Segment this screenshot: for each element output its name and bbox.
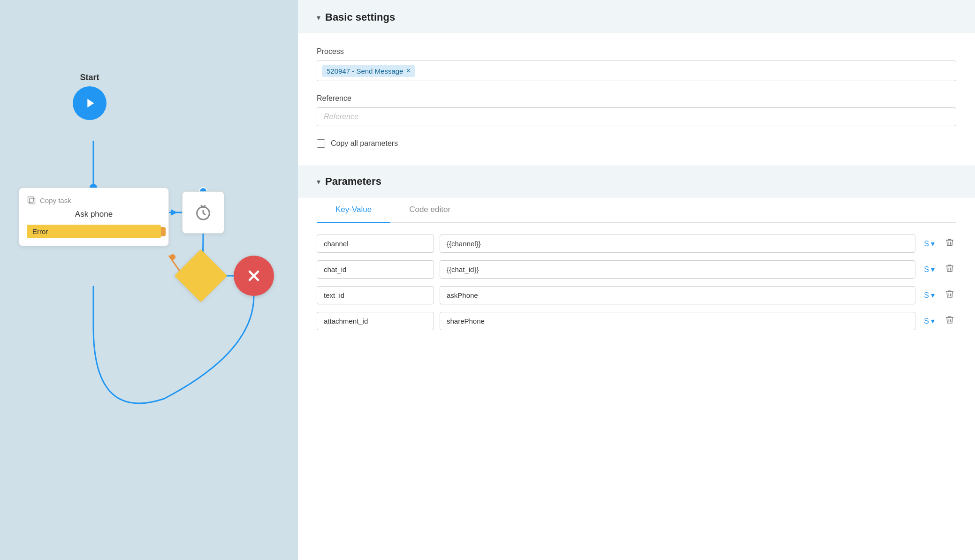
param-type-channel[interactable]: S ▾ <box>921 237 937 250</box>
error-badge: Error <box>27 225 161 238</box>
svg-rect-12 <box>30 198 35 204</box>
process-chip: 520947 - Send Message × <box>322 65 415 77</box>
param-type-text-id-label: S <box>924 291 929 300</box>
basic-settings-header: ▾ Basic settings <box>298 0 975 33</box>
param-key-chat-id[interactable] <box>317 260 434 279</box>
reference-input[interactable] <box>317 107 956 126</box>
play-icon <box>83 97 96 110</box>
error-badge-dot <box>161 227 166 236</box>
timer-node[interactable] <box>182 191 224 234</box>
params-chevron[interactable]: ▾ <box>317 177 320 186</box>
start-label: Start <box>80 73 99 83</box>
param-delete-channel[interactable] <box>943 236 956 251</box>
param-type-channel-label: S <box>924 240 929 248</box>
copy-all-row: Copy all parameters <box>317 139 956 148</box>
param-key-channel[interactable] <box>317 235 434 253</box>
param-value-attachment-id[interactable] <box>440 312 915 330</box>
start-circle[interactable] <box>73 86 107 120</box>
start-node: Start <box>73 73 107 120</box>
param-row-attachment-id: S ▾ <box>317 312 956 330</box>
task-card-header: Copy task <box>27 196 161 205</box>
svg-point-7 <box>170 254 175 260</box>
tab-key-value[interactable]: Key-Value <box>317 197 390 223</box>
error-badge-text: Error <box>32 227 48 235</box>
param-type-chat-id-chevron: ▾ <box>931 265 935 274</box>
param-delete-text-id[interactable] <box>943 288 956 303</box>
params-content: Key-Value Code editor S ▾ <box>298 197 975 330</box>
params-section-title: Parameters <box>325 175 381 188</box>
param-row-text-id: S ▾ <box>317 286 956 304</box>
reference-field-group: Reference <box>317 94 956 126</box>
param-type-channel-chevron: ▾ <box>931 239 935 248</box>
param-delete-attachment-id[interactable] <box>943 313 956 329</box>
basic-settings-chevron[interactable]: ▾ <box>317 13 320 22</box>
copy-all-checkbox[interactable] <box>317 139 325 148</box>
diamond-node[interactable] <box>174 249 227 302</box>
x-icon <box>245 267 262 284</box>
basic-settings-title: Basic settings <box>325 11 395 23</box>
param-row-channel: S ▾ <box>317 235 956 253</box>
error-circle[interactable] <box>234 256 274 296</box>
svg-marker-10 <box>87 99 94 108</box>
task-card-title: Ask phone <box>27 210 161 219</box>
task-card[interactable]: Copy task Ask phone Error <box>19 188 169 246</box>
process-chip-text: 520947 - Send Message <box>327 67 403 75</box>
clock-icon <box>194 203 213 222</box>
param-value-channel[interactable] <box>440 235 915 253</box>
copy-all-label[interactable]: Copy all parameters <box>331 139 398 148</box>
param-type-attachment-id-chevron: ▾ <box>931 317 935 325</box>
copy-task-icon <box>27 196 36 205</box>
param-value-text-id[interactable] <box>440 286 915 304</box>
process-input-container[interactable]: 520947 - Send Message × <box>317 61 956 81</box>
params-section-header: ▾ Parameters <box>298 166 975 197</box>
canvas-panel: Start Copy task Ask phone Error <box>0 0 298 560</box>
param-type-text-id[interactable]: S ▾ <box>921 289 937 302</box>
param-delete-chat-id[interactable] <box>943 262 956 277</box>
param-row-chat-id: S ▾ <box>317 260 956 279</box>
process-label: Process <box>317 47 956 56</box>
param-value-chat-id[interactable] <box>440 260 915 279</box>
svg-rect-11 <box>28 197 34 203</box>
param-key-text-id[interactable] <box>317 286 434 304</box>
process-field-group: Process 520947 - Send Message × <box>317 47 956 81</box>
tab-code-editor[interactable]: Code editor <box>390 197 469 223</box>
basic-settings-content: Process 520947 - Send Message × Referenc… <box>298 33 975 162</box>
svg-marker-4 <box>171 209 177 216</box>
copy-task-label: Copy task <box>40 197 71 204</box>
svg-line-15 <box>203 213 206 215</box>
process-chip-close[interactable]: × <box>406 67 410 75</box>
param-type-text-id-chevron: ▾ <box>931 291 935 300</box>
param-key-attachment-id[interactable] <box>317 312 434 330</box>
settings-panel: ▾ Basic settings Process 520947 - Send M… <box>298 0 975 560</box>
reference-label: Reference <box>317 94 956 103</box>
param-type-attachment-id-label: S <box>924 317 929 325</box>
param-type-attachment-id[interactable]: S ▾ <box>921 315 937 327</box>
param-type-chat-id-label: S <box>924 265 929 274</box>
params-tabs: Key-Value Code editor <box>317 197 956 223</box>
param-type-chat-id[interactable]: S ▾ <box>921 263 937 276</box>
